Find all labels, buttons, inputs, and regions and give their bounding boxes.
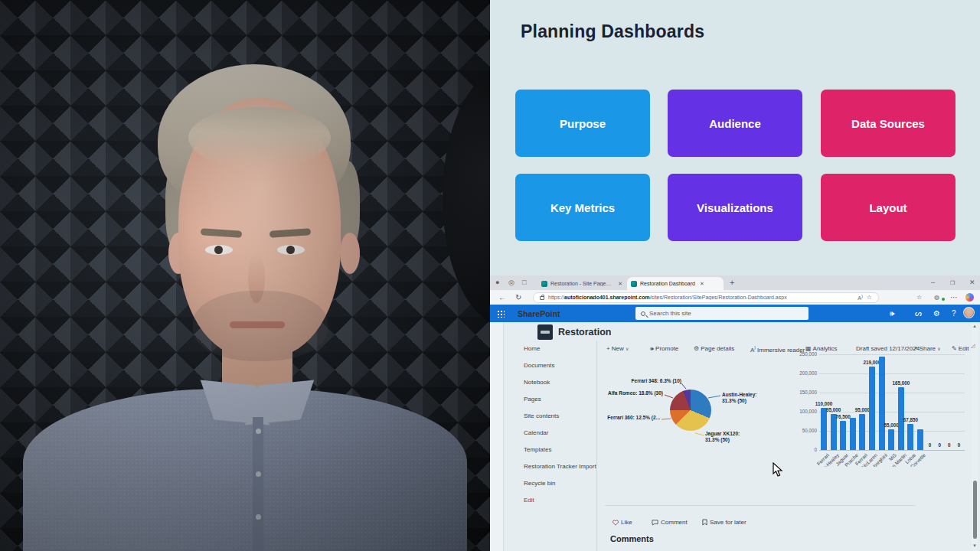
slide-button-visualizations[interactable]: Visualizations [668,174,802,241]
nav-restoration-tracker-import[interactable]: Restoration Tracker Import [524,463,596,470]
slide-button-layout[interactable]: Layout [821,174,956,241]
bar-chart: 050,000100,000150,000200,000250,000110,0… [796,352,976,467]
profile-icon[interactable]: ● [495,279,499,286]
refresh-icon[interactable]: ↻ [515,293,521,302]
sharepoint-app-bar [490,322,504,551]
sharepoint-brand: SharePoint [518,309,560,318]
gear-icon[interactable]: ⚙ [933,309,940,318]
bar [879,357,885,451]
screen-frame: { "slide": { "title": "Planning Dashboar… [0,0,980,551]
bar [821,408,827,450]
megaphone-icon[interactable]: 🕪 [890,309,894,318]
slide-title: Planning Dashboards [521,21,704,42]
pie-label: Ferrari 348: 6.3% (10) [605,378,681,384]
browser-tab-strip: ● ◎ □ Restoration - Site Pages - By Aut … [490,276,980,290]
bar [850,418,856,451]
edit-button[interactable]: ✎Edit [952,345,969,352]
tab-active[interactable]: Restoration Dashboard ✕ [627,277,724,290]
bookmark-icon [702,519,707,526]
extension-badge [942,298,945,301]
bar [888,429,894,451]
bar-data-label: 0 [945,442,972,448]
nav-documents[interactable]: Documents [524,362,554,369]
y-axis-tick: 200,000 [796,370,817,376]
gridline [819,450,965,451]
read-aloud-icon[interactable]: A) [858,294,863,301]
save-for-later-button[interactable]: Save for later [702,519,746,526]
site-navigation: Home Documents Notebook Pages Site conte… [504,341,597,551]
search-input[interactable]: Search this site [635,307,808,320]
y-axis-tick: 100,000 [796,409,817,414]
bar-data-label: 95,000 [820,407,848,412]
extensions-icon[interactable]: ◍ [934,293,939,302]
gridline [819,354,965,355]
gridline [819,373,965,374]
slide-button-data-sources[interactable]: Data Sources [821,90,956,157]
bar-data-label: 110,000 [810,401,838,406]
tab-actions-icon[interactable]: □ [522,279,526,286]
page-details-button[interactable]: ⚙Page details [694,345,734,352]
new-tab-button[interactable]: + [730,279,734,286]
tab-close-icon[interactable]: ✕ [616,281,622,287]
ink-icon[interactable]: ᔕ [915,309,922,318]
scroll-down-icon[interactable]: ▼ [972,543,977,548]
bar [859,414,865,451]
search-icon [641,311,645,316]
nav-site-contents[interactable]: Site contents [524,412,559,419]
bar [840,421,846,450]
pie-label: Austin-Healey:31.3% (50) [722,392,757,403]
tab-close-icon[interactable]: ✕ [698,281,704,287]
app-launcher-icon[interactable] [497,310,505,318]
y-axis-tick: 150,000 [796,390,817,395]
vignette [0,0,490,551]
copilot-icon[interactable] [965,293,974,302]
browser-window: ● ◎ □ Restoration - Site Pages - By Aut … [490,276,980,551]
like-button[interactable]: Like [612,519,632,526]
scrollbar-thumb[interactable] [973,481,977,539]
heart-icon [612,520,619,526]
new-button[interactable]: +New ∨ [606,345,629,352]
bar-data-label: 67,850 [897,417,924,422]
site-logo[interactable] [537,324,553,340]
nav-edit-link[interactable]: Edit [524,497,534,504]
settings-menu-icon[interactable]: ⋯ [950,293,958,302]
account-avatar[interactable] [963,307,975,318]
tab-inactive[interactable]: Restoration - Site Pages - By Aut ✕ [537,277,626,290]
scroll-up-icon[interactable]: ▲ [972,324,977,328]
pie-chart [670,390,711,431]
comment-icon [652,520,658,526]
pie-label: Jaguar XK120:31.3% (50) [705,431,740,442]
minimize-button[interactable]: – [931,279,935,286]
nav-calendar[interactable]: Calendar [524,429,548,436]
favorite-star-icon[interactable]: ☆ [867,294,872,301]
nav-pages[interactable]: Pages [524,396,541,403]
resize-handle-icon: ◿ [971,343,975,349]
lock-icon [540,296,544,300]
promote-button[interactable]: 🕪Promote [650,345,678,353]
slide-button-key-metrics[interactable]: Key Metrics [515,174,650,241]
sharepoint-favicon [631,281,637,287]
browser-address-bar: ← ↻ https://autoficionado401.sharepoint.… [490,290,980,305]
close-button[interactable]: ✕ [969,279,975,286]
back-icon[interactable]: ← [498,293,506,302]
favorites-bar-icon[interactable]: ☆ [916,293,922,302]
nav-home[interactable]: Home [524,345,540,352]
tab-title: Restoration Dashboard [640,281,695,286]
scrollbar[interactable]: ▲ ▼ [972,322,978,551]
gridline [819,393,965,393]
restore-button[interactable]: ❐ [950,279,955,287]
draft-saved-status: Draft saved 12/17/2024 [856,345,920,352]
nav-recycle-bin[interactable]: Recycle bin [524,480,555,487]
bar [869,367,875,451]
analytics-button[interactable]: ▦Analytics [805,345,838,352]
share-button[interactable]: ↗Share ∨ [913,345,941,352]
slide-button-purpose[interactable]: Purpose [515,90,650,157]
comment-button[interactable]: Comment [652,519,688,526]
comments-heading: Comments [610,534,654,543]
help-icon[interactable]: ? [952,309,956,318]
nav-notebook[interactable]: Notebook [524,379,550,386]
workspaces-icon[interactable]: ◎ [508,279,514,286]
nav-templates[interactable]: Templates [524,446,551,453]
url-field[interactable]: https://autoficionado401.sharepoint.com/… [533,292,879,303]
slide-button-audience[interactable]: Audience [668,90,802,157]
